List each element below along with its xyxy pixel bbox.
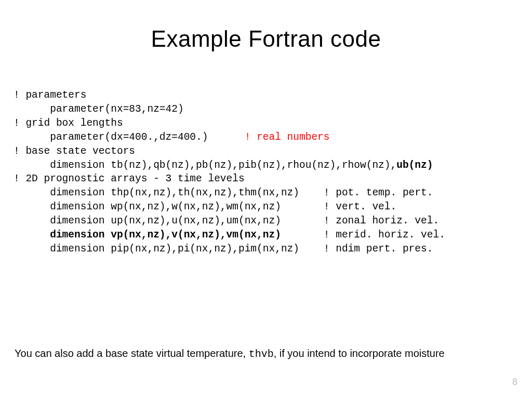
footer-var-thvb: thvb	[249, 348, 274, 360]
code-comment: ! merid. horiz. vel.	[281, 229, 445, 241]
code-line: parameter(dx=400.,dz=400.)	[14, 131, 245, 143]
code-comment: ! parameters	[14, 89, 86, 101]
code-comment: ! base state vectors	[14, 145, 135, 157]
code-line: dimension up(nx,nz),u(nx,nz),um(nx,nz) !…	[14, 215, 439, 227]
code-line: dimension tb(nz),qb(nz),pb(nz),pib(nz),r…	[14, 159, 396, 171]
page-number: 8	[512, 377, 517, 388]
code-line: parameter(nx=83,nz=42)	[14, 103, 184, 115]
slide-title: Example Fortran code	[16, 26, 516, 52]
code-line-bold-vp: dimension vp(nx,nz),v(nx,nz),vm(nx,nz)	[14, 229, 281, 241]
footer-text-pre: You can also add a base state virtual te…	[15, 348, 249, 359]
slide: Example Fortran code ! parameters parame…	[0, 0, 532, 399]
code-comment: ! 2D prognostic arrays - 3 time levels	[14, 173, 245, 184]
code-block: ! parameters parameter(nx=83,nz=42) ! gr…	[14, 88, 516, 256]
footer-note: You can also add a base state virtual te…	[15, 348, 517, 360]
code-line: dimension pip(nx,nz),pi(nx,nz),pim(nx,nz…	[14, 243, 433, 255]
code-comment: ! grid box lengths	[14, 117, 123, 129]
code-line: dimension thp(nx,nz),th(nx,nz),thm(nx,nz…	[14, 187, 433, 198]
footer-text-post: , if you intend to incorporate moisture	[274, 348, 445, 359]
code-bold-ub: ub(nz)	[396, 159, 433, 171]
code-comment-real-numbers: ! real numbers	[245, 131, 330, 143]
code-line: dimension wp(nx,nz),w(nx,nz),wm(nx,nz) !…	[14, 201, 396, 212]
